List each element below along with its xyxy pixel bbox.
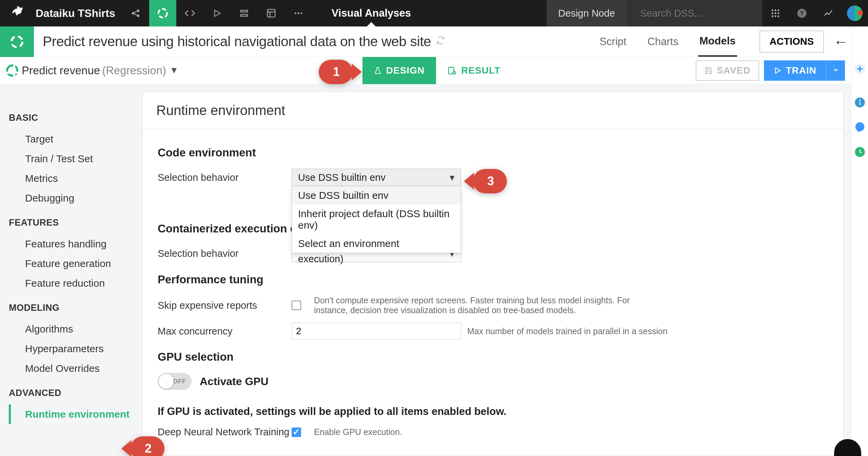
- sidebar-item-algorithms[interactable]: Algorithms: [9, 319, 142, 339]
- callout-2: 2: [131, 436, 164, 456]
- max-concurrency-help: Max number of models trained in parallel…: [467, 326, 668, 336]
- stack-icon[interactable]: [231, 0, 258, 26]
- svg-point-17: [777, 13, 779, 14]
- search-box[interactable]: [627, 0, 762, 26]
- svg-point-12: [772, 10, 773, 11]
- code-env-dropdown: Use DSS builtin env Inherit project defa…: [292, 186, 461, 253]
- design-label: DESIGN: [386, 65, 425, 76]
- check-list-icon: [448, 66, 456, 75]
- more-icon[interactable]: [285, 0, 312, 26]
- sidebar-item-train-test[interactable]: Train / Test Set: [9, 149, 142, 169]
- play-icon[interactable]: [203, 0, 231, 26]
- actions-button[interactable]: ACTIONS: [760, 31, 824, 53]
- sidebar-item-feature-generation[interactable]: Feature generation: [9, 254, 142, 273]
- gpu-heading: GPU selection: [158, 350, 828, 363]
- flow-icon[interactable]: [149, 0, 176, 26]
- sidebar-item-features-handling[interactable]: Features handling: [9, 234, 142, 254]
- svg-point-23: [12, 36, 22, 47]
- svg-point-9: [297, 13, 299, 14]
- svg-point-30: [859, 99, 861, 101]
- svg-point-8: [294, 13, 296, 14]
- svg-marker-4: [215, 10, 220, 17]
- svg-point-16: [775, 13, 776, 14]
- flask-icon: [374, 66, 381, 75]
- train-button[interactable]: TRAIN: [764, 60, 826, 81]
- gpu-toggle[interactable]: OFF: [158, 373, 192, 390]
- code-env-option[interactable]: Inherit project default (DSS builtin env…: [292, 205, 461, 234]
- breadcrumb-title[interactable]: Visual Analyses: [332, 0, 411, 26]
- dnn-label: Deep Neural Network Training: [158, 426, 292, 438]
- analysis-type-icon: [0, 26, 34, 57]
- svg-point-18: [772, 15, 773, 17]
- saved-button: SAVED: [696, 60, 759, 81]
- skip-reports-checkbox[interactable]: [292, 301, 301, 310]
- train-label: TRAIN: [786, 65, 816, 76]
- chevron-down-icon: ▾: [450, 172, 455, 183]
- sidebar-group-advanced: ADVANCED: [9, 388, 142, 398]
- tab-models[interactable]: Models: [698, 27, 737, 57]
- gpu-toggle-off-label: OFF: [173, 378, 186, 385]
- page-title: Predict revenue using historical navigat…: [34, 34, 431, 50]
- sidebar-item-debugging[interactable]: Debugging: [9, 188, 142, 208]
- user-avatar[interactable]: [842, 5, 868, 21]
- help-icon[interactable]: ?: [789, 8, 815, 19]
- sidebar-group-basic: BASIC: [9, 113, 142, 123]
- sidebar-item-target[interactable]: Target: [9, 129, 142, 149]
- dataiku-logo[interactable]: [0, 0, 34, 26]
- dashboard-icon[interactable]: [258, 0, 285, 26]
- skip-reports-help: Don't compute expensive report screens. …: [314, 296, 636, 315]
- svg-point-2: [137, 15, 139, 17]
- callout-3: 3: [473, 169, 507, 193]
- code-env-label: Selection behavior: [158, 172, 292, 183]
- max-concurrency-label: Max concurrency: [158, 326, 292, 337]
- plus-icon[interactable]: [854, 63, 866, 77]
- sidebar-item-model-overrides[interactable]: Model Overrides: [9, 359, 142, 378]
- design-button[interactable]: DESIGN: [362, 57, 436, 84]
- code-icon[interactable]: [176, 0, 203, 26]
- apps-icon[interactable]: [762, 8, 789, 18]
- svg-point-14: [777, 10, 779, 11]
- perf-heading: Performance tuning: [158, 273, 828, 286]
- back-arrow-icon[interactable]: ←: [831, 33, 851, 50]
- svg-point-1: [137, 10, 139, 12]
- design-node-label[interactable]: Design Node: [547, 0, 627, 26]
- svg-rect-29: [859, 101, 860, 105]
- model-name[interactable]: Predict revenue: [22, 64, 100, 77]
- history-icon[interactable]: [854, 147, 865, 160]
- sidebar-item-runtime-env[interactable]: Runtime environment: [9, 404, 142, 424]
- search-input[interactable]: [634, 7, 764, 19]
- code-env-heading: Code environment: [158, 146, 828, 159]
- activity-icon[interactable]: [815, 8, 842, 18]
- code-env-option[interactable]: Use DSS builtin env: [292, 186, 461, 205]
- gpu-activate-label: Activate GPU: [200, 375, 269, 388]
- info-icon[interactable]: [854, 97, 865, 110]
- chat-icon[interactable]: [854, 122, 865, 135]
- code-env-select[interactable]: Use DSS builtin env ▾ Use DSS builtin en…: [292, 169, 461, 186]
- tab-charts[interactable]: Charts: [646, 27, 679, 56]
- svg-point-15: [772, 13, 773, 14]
- sidebar-item-metrics[interactable]: Metrics: [9, 169, 142, 188]
- svg-point-31: [855, 122, 864, 131]
- svg-marker-26: [775, 68, 780, 73]
- tab-script[interactable]: Script: [598, 27, 628, 56]
- max-concurrency-input[interactable]: [292, 323, 461, 340]
- svg-rect-7: [267, 10, 275, 17]
- train-dropdown-button[interactable]: [826, 60, 845, 81]
- result-button[interactable]: RESULT: [436, 57, 512, 84]
- bird-icon: [10, 5, 24, 22]
- settings-sidebar: BASIC Target Train / Test Set Metrics De…: [0, 84, 142, 456]
- gpu-note: If GPU is activated, settings will be ap…: [158, 405, 828, 418]
- share-icon[interactable]: [122, 0, 149, 26]
- model-type: (Regression): [102, 64, 166, 77]
- code-env-option[interactable]: Select an environment: [292, 234, 461, 253]
- dnn-checkbox[interactable]: ✓: [292, 428, 301, 437]
- sidebar-group-modeling: MODELING: [9, 303, 142, 313]
- project-name[interactable]: Dataiku TShirts: [34, 0, 122, 26]
- chevron-down-icon[interactable]: ▼: [170, 65, 179, 76]
- sidebar-group-features: FEATURES: [9, 217, 142, 228]
- sync-icon[interactable]: [436, 36, 445, 47]
- content-title: Runtime environment: [143, 92, 843, 129]
- code-env-value: Use DSS builtin env: [298, 172, 386, 183]
- sidebar-item-feature-reduction[interactable]: Feature reduction: [9, 273, 142, 293]
- sidebar-item-hyperparameters[interactable]: Hyperparameters: [9, 339, 142, 359]
